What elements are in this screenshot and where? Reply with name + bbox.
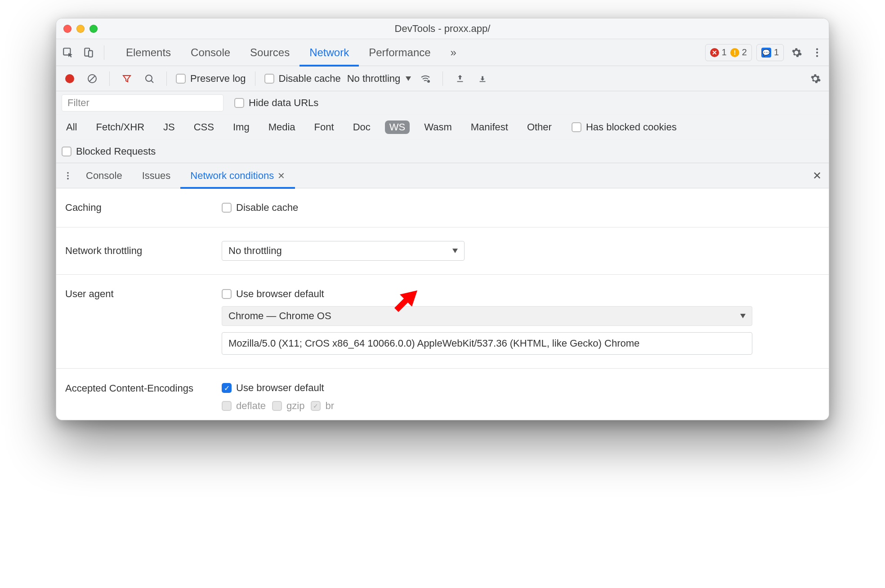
enc-gzip-checkbox[interactable]: gzip <box>272 400 304 412</box>
tab-more[interactable]: » <box>441 39 466 66</box>
window-title: DevTools - proxx.app/ <box>395 23 491 35</box>
has-blocked-cookies-checkbox[interactable]: Has blocked cookies <box>572 121 677 133</box>
checkbox-disabled-icon <box>222 401 232 411</box>
svg-point-3 <box>816 48 818 50</box>
error-warning-counter[interactable]: ✕1 !2 <box>705 44 752 61</box>
divider <box>166 71 167 86</box>
svg-point-15 <box>67 178 69 179</box>
type-other[interactable]: Other <box>523 120 556 134</box>
type-all[interactable]: All <box>62 120 81 134</box>
enc-use-default-checkbox[interactable]: ✓ Use browser default <box>222 382 334 394</box>
warning-count: 2 <box>742 47 747 58</box>
checkbox-disabled-icon <box>272 401 282 411</box>
preserve-log-checkbox[interactable]: Preserve log <box>176 73 246 85</box>
checkbox-icon <box>234 98 244 108</box>
user-agent-label: User agent <box>65 288 214 300</box>
drawer-tabbar: Console Issues Network conditions ✕ ✕ <box>56 163 829 188</box>
encodings-label: Accepted Content-Encodings <box>65 382 214 395</box>
enc-br-checkbox[interactable]: br <box>311 400 334 412</box>
type-wasm[interactable]: Wasm <box>420 120 456 134</box>
upload-har-icon[interactable] <box>452 71 468 87</box>
throttling-row-label: Network throttling <box>65 245 214 257</box>
svg-line-7 <box>89 76 95 81</box>
toggle-device-icon[interactable] <box>80 45 97 61</box>
filter-icon[interactable] <box>119 71 135 87</box>
throttling-select[interactable]: No throttling <box>222 241 465 261</box>
caching-disable-cache-checkbox[interactable]: Disable cache <box>222 202 298 214</box>
error-icon: ✕ <box>710 48 719 57</box>
close-drawer-icon[interactable]: ✕ <box>809 168 825 184</box>
main-tabbar: Elements Console Sources Network Perform… <box>56 39 829 66</box>
close-window-button[interactable] <box>63 25 72 33</box>
tab-network[interactable]: Network <box>299 39 359 66</box>
enc-deflate-checkbox[interactable]: deflate <box>222 400 266 412</box>
hide-data-urls-checkbox[interactable]: Hide data URLs <box>234 97 318 109</box>
type-css[interactable]: CSS <box>189 120 219 134</box>
disable-cache-label: Disable cache <box>279 73 341 85</box>
tab-console[interactable]: Console <box>181 39 240 66</box>
ua-string-input[interactable]: Mozilla/5.0 (X11; CrOS x86_64 10066.0.0)… <box>222 332 752 355</box>
enc-use-default-label: Use browser default <box>236 382 324 394</box>
blocked-requests-label: Blocked Requests <box>76 146 156 157</box>
record-button[interactable] <box>62 71 78 87</box>
download-har-icon[interactable] <box>474 71 491 87</box>
drawer-tab-network-conditions[interactable]: Network conditions ✕ <box>180 163 295 188</box>
issues-counter[interactable]: 💬1 <box>756 44 784 61</box>
type-doc[interactable]: Doc <box>349 120 375 134</box>
traffic-lights <box>63 25 98 33</box>
divider <box>109 71 110 86</box>
svg-point-13 <box>67 172 69 174</box>
clear-button[interactable] <box>84 71 100 87</box>
checkbox-icon <box>572 122 581 132</box>
ua-use-default-checkbox[interactable]: Use browser default <box>222 288 752 300</box>
svg-point-5 <box>816 55 818 57</box>
search-icon[interactable] <box>141 71 157 87</box>
tab-performance[interactable]: Performance <box>359 39 440 66</box>
caching-label: Caching <box>65 202 214 214</box>
throttling-label: No throttling <box>347 73 401 85</box>
devtools-window: DevTools - proxx.app/ Elements C <box>56 18 829 420</box>
checkbox-disabled-checked-icon <box>311 401 321 411</box>
blocked-requests-checkbox[interactable]: Blocked Requests <box>62 146 156 157</box>
maximize-window-button[interactable] <box>89 25 98 33</box>
type-media[interactable]: Media <box>264 120 300 134</box>
network-settings-icon[interactable] <box>807 71 823 87</box>
drawer-tab-issues[interactable]: Issues <box>132 163 181 188</box>
drawer-kebab-icon[interactable] <box>60 168 76 184</box>
enc-br-label: br <box>325 400 334 412</box>
type-img[interactable]: Img <box>228 120 254 134</box>
svg-rect-11 <box>457 81 463 82</box>
tab-sources[interactable]: Sources <box>240 39 299 66</box>
checkbox-checked-icon: ✓ <box>222 383 232 393</box>
warning-icon: ! <box>730 48 739 57</box>
settings-icon[interactable] <box>788 45 805 61</box>
network-conditions-icon[interactable] <box>417 71 434 87</box>
type-manifest[interactable]: Manifest <box>466 120 513 134</box>
tab-label: Console <box>86 170 122 182</box>
svg-rect-12 <box>480 81 486 82</box>
hide-data-urls-label: Hide data URLs <box>249 97 318 109</box>
ua-preset-select[interactable]: Chrome — Chrome OS <box>222 306 752 326</box>
divider <box>442 71 443 86</box>
type-js[interactable]: JS <box>159 120 179 134</box>
tab-label: Network <box>309 46 349 59</box>
throttling-select[interactable]: No throttling <box>347 73 411 85</box>
kebab-menu-icon[interactable] <box>809 45 825 61</box>
filter-placeholder: Filter <box>67 97 89 109</box>
type-font[interactable]: Font <box>310 120 339 134</box>
type-ws[interactable]: WS <box>385 120 410 134</box>
disable-cache-checkbox[interactable]: Disable cache <box>264 73 341 85</box>
ua-preset-value: Chrome — Chrome OS <box>228 310 331 322</box>
more-glyph: » <box>451 46 456 59</box>
close-tab-icon[interactable]: ✕ <box>277 170 285 181</box>
filter-input[interactable]: Filter <box>62 94 223 111</box>
minimize-window-button[interactable] <box>76 25 85 33</box>
tab-label: Console <box>191 46 230 59</box>
chevron-down-icon <box>740 314 746 318</box>
drawer-tab-console[interactable]: Console <box>76 163 132 188</box>
svg-point-10 <box>427 80 430 83</box>
request-type-row: All Fetch/XHR JS CSS Img Media Font Doc … <box>56 115 829 140</box>
type-fetch[interactable]: Fetch/XHR <box>91 120 149 134</box>
inspect-element-icon[interactable] <box>60 45 76 61</box>
tab-elements[interactable]: Elements <box>116 39 181 66</box>
